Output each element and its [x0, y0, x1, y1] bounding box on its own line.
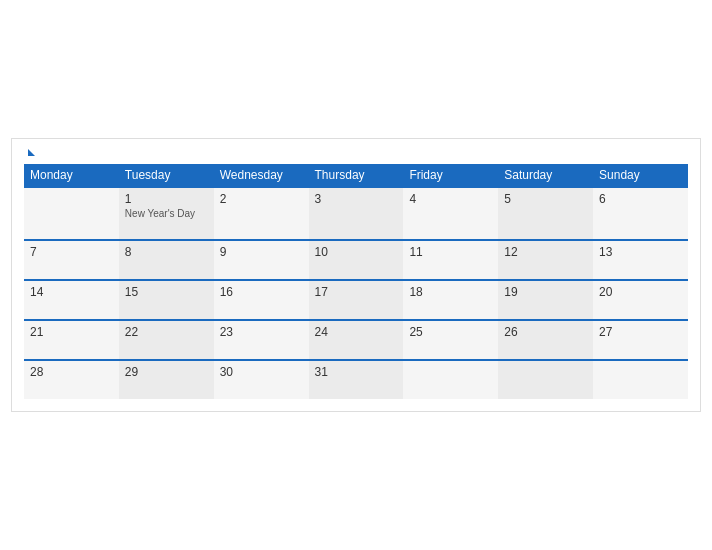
calendar-cell: 1New Year's Day [119, 187, 214, 240]
calendar-header [24, 149, 688, 156]
day-number: 23 [220, 325, 303, 339]
logo [24, 149, 35, 156]
calendar-cell: 23 [214, 320, 309, 360]
calendar-cell: 19 [498, 280, 593, 320]
week-row-3: 14151617181920 [24, 280, 688, 320]
calendar-cell [403, 360, 498, 399]
day-number: 6 [599, 192, 682, 206]
calendar-cell: 12 [498, 240, 593, 280]
day-number: 2 [220, 192, 303, 206]
day-number: 7 [30, 245, 113, 259]
calendar-cell: 4 [403, 187, 498, 240]
day-number: 15 [125, 285, 208, 299]
calendar-cell: 16 [214, 280, 309, 320]
weekday-header-sunday: Sunday [593, 164, 688, 187]
calendar-cell: 31 [309, 360, 404, 399]
calendar-cell: 24 [309, 320, 404, 360]
day-number: 10 [315, 245, 398, 259]
holiday-label: New Year's Day [125, 208, 208, 219]
calendar-cell: 15 [119, 280, 214, 320]
day-number: 3 [315, 192, 398, 206]
calendar-container: MondayTuesdayWednesdayThursdayFridaySatu… [11, 138, 701, 412]
day-number: 13 [599, 245, 682, 259]
day-number: 11 [409, 245, 492, 259]
calendar-cell: 17 [309, 280, 404, 320]
day-number: 16 [220, 285, 303, 299]
calendar-cell: 22 [119, 320, 214, 360]
logo-blue-text [24, 149, 35, 156]
calendar-cell: 14 [24, 280, 119, 320]
day-number: 30 [220, 365, 303, 379]
weekday-header-wednesday: Wednesday [214, 164, 309, 187]
calendar-cell: 21 [24, 320, 119, 360]
calendar-cell: 8 [119, 240, 214, 280]
calendar-cell: 29 [119, 360, 214, 399]
calendar-cell [593, 360, 688, 399]
calendar-table: MondayTuesdayWednesdayThursdayFridaySatu… [24, 164, 688, 399]
calendar-cell: 3 [309, 187, 404, 240]
day-number: 12 [504, 245, 587, 259]
logo-triangle-icon [28, 149, 35, 156]
day-number: 29 [125, 365, 208, 379]
day-number: 17 [315, 285, 398, 299]
day-number: 27 [599, 325, 682, 339]
day-number: 1 [125, 192, 208, 206]
weekday-header-thursday: Thursday [309, 164, 404, 187]
week-row-2: 78910111213 [24, 240, 688, 280]
calendar-cell: 30 [214, 360, 309, 399]
week-row-4: 21222324252627 [24, 320, 688, 360]
weekday-header-tuesday: Tuesday [119, 164, 214, 187]
day-number: 24 [315, 325, 398, 339]
calendar-cell: 26 [498, 320, 593, 360]
calendar-cell: 25 [403, 320, 498, 360]
calendar-cell [498, 360, 593, 399]
week-row-1: 1New Year's Day23456 [24, 187, 688, 240]
calendar-cell [24, 187, 119, 240]
weekday-header-row: MondayTuesdayWednesdayThursdayFridaySatu… [24, 164, 688, 187]
calendar-cell: 2 [214, 187, 309, 240]
calendar-cell: 18 [403, 280, 498, 320]
calendar-cell: 11 [403, 240, 498, 280]
calendar-cell: 20 [593, 280, 688, 320]
day-number: 5 [504, 192, 587, 206]
day-number: 20 [599, 285, 682, 299]
week-row-5: 28293031 [24, 360, 688, 399]
calendar-cell: 5 [498, 187, 593, 240]
day-number: 25 [409, 325, 492, 339]
weekday-header-saturday: Saturday [498, 164, 593, 187]
day-number: 21 [30, 325, 113, 339]
day-number: 8 [125, 245, 208, 259]
day-number: 9 [220, 245, 303, 259]
calendar-cell: 7 [24, 240, 119, 280]
day-number: 28 [30, 365, 113, 379]
day-number: 31 [315, 365, 398, 379]
calendar-cell: 6 [593, 187, 688, 240]
calendar-cell: 9 [214, 240, 309, 280]
day-number: 18 [409, 285, 492, 299]
calendar-cell: 27 [593, 320, 688, 360]
day-number: 26 [504, 325, 587, 339]
weekday-header-monday: Monday [24, 164, 119, 187]
calendar-cell: 13 [593, 240, 688, 280]
calendar-cell: 10 [309, 240, 404, 280]
calendar-cell: 28 [24, 360, 119, 399]
weekday-header-friday: Friday [403, 164, 498, 187]
day-number: 19 [504, 285, 587, 299]
day-number: 4 [409, 192, 492, 206]
day-number: 14 [30, 285, 113, 299]
day-number: 22 [125, 325, 208, 339]
